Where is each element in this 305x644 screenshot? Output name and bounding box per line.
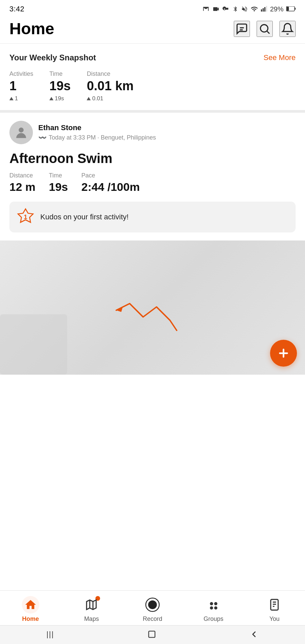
fab-button[interactable]	[270, 340, 297, 367]
nav-home-icon-wrap	[22, 596, 39, 613]
signal-icon	[261, 5, 267, 13]
battery-icon	[286, 6, 296, 12]
nav-you-label: You	[269, 615, 279, 623]
nav-home[interactable]: Home	[14, 596, 47, 623]
nav-record[interactable]: Record	[136, 596, 169, 623]
svg-rect-3	[266, 6, 267, 12]
delta-arrow-distance	[87, 97, 91, 100]
avatar-icon	[14, 125, 29, 140]
bell-button[interactable]	[279, 21, 296, 37]
svg-line-10	[267, 31, 269, 34]
svg-point-9	[260, 24, 268, 32]
see-more-link[interactable]: See More	[264, 53, 296, 62]
page-title: Home	[9, 19, 54, 38]
stat-activities-value: 1	[9, 79, 33, 93]
svg-rect-1	[263, 8, 264, 12]
activity-distance: Distance 12 m	[9, 172, 36, 194]
svg-rect-2	[264, 7, 265, 11]
svg-point-22	[210, 602, 213, 605]
stat-time-label: Time	[49, 70, 71, 77]
mute-icon	[241, 5, 248, 13]
groups-icon	[207, 598, 220, 611]
search-icon	[258, 22, 271, 35]
stat-activities-delta: 1	[9, 95, 33, 102]
battery-level: 29%	[270, 5, 284, 13]
map-bg	[0, 314, 67, 375]
bell-icon	[281, 22, 294, 35]
chat-icon	[235, 22, 248, 35]
system-home-icon	[147, 630, 157, 639]
stat-distance-delta: 0.01	[87, 95, 133, 102]
record-icon	[145, 597, 160, 612]
you-icon	[268, 598, 281, 611]
search-button[interactable]	[257, 21, 273, 37]
bluetooth-icon	[232, 5, 238, 13]
delta-arrow-time	[49, 97, 53, 100]
map-area	[0, 240, 305, 375]
bottom-nav: Home Maps Record	[0, 590, 305, 625]
svg-point-25	[214, 606, 217, 610]
svg-rect-0	[261, 9, 262, 12]
gmail-icon	[202, 5, 210, 13]
nav-maps[interactable]: Maps	[75, 596, 108, 623]
activity-title[interactable]: Afternoon Swim	[9, 151, 296, 166]
system-back-icon	[249, 630, 259, 639]
swim-icon: 〰️	[38, 133, 47, 142]
kudos-text: Kudos on your first activity!	[40, 213, 129, 221]
map-route	[96, 283, 190, 344]
app-header: Home	[0, 16, 305, 43]
snapshot-header: Your Weekly Snapshot See More	[9, 53, 296, 62]
chat-button[interactable]	[234, 21, 250, 37]
maps-icon	[85, 598, 98, 611]
system-nav-recent[interactable]: |||	[46, 630, 54, 639]
system-nav-back[interactable]	[249, 630, 259, 639]
kudos-badge-icon: 1	[16, 208, 35, 226]
video-icon	[212, 5, 220, 13]
stat-distance: Distance 0.01 km 0.01	[87, 70, 133, 102]
user-name[interactable]: Ethan Stone	[38, 123, 156, 132]
activity-card-details: Afternoon Swim Distance 12 m Time 19s Pa…	[0, 151, 305, 240]
key-icon	[222, 5, 230, 13]
svg-rect-5	[295, 8, 296, 10]
nav-record-label: Record	[143, 615, 162, 623]
svg-marker-17	[87, 600, 96, 610]
wifi-icon	[251, 5, 258, 13]
svg-point-21	[148, 600, 157, 609]
svg-rect-30	[148, 631, 155, 637]
status-time: 3:42	[9, 5, 25, 13]
svg-rect-6	[287, 7, 289, 11]
nav-you[interactable]: You	[258, 596, 291, 623]
activity-pace: Pace 2:44 /100m	[81, 172, 140, 194]
activity-stats: Distance 12 m Time 19s Pace 2:44 /100m	[9, 172, 296, 194]
weekly-snapshot: Your Weekly Snapshot See More Activities…	[0, 44, 305, 110]
user-meta: 〰️ Today at 3:33 PM · Benguet, Philippin…	[38, 133, 156, 142]
activity-user-row: Ethan Stone 〰️ Today at 3:33 PM · Bengue…	[9, 121, 296, 144]
avatar	[9, 121, 33, 144]
snapshot-stats: Activities 1 1 Time 19s 19s Distance 0.0…	[9, 70, 296, 102]
kudos-banner[interactable]: 1 Kudos on your first activity!	[9, 202, 296, 232]
badge-svg: 1	[16, 208, 35, 226]
status-icons: 29%	[202, 5, 296, 13]
header-icons	[234, 21, 296, 37]
stat-distance-value: 0.01 km	[87, 79, 133, 93]
system-nav-home[interactable]	[147, 630, 157, 639]
nav-maps-icon-wrap	[83, 596, 100, 613]
stat-activities: Activities 1 1	[9, 70, 33, 102]
nav-groups[interactable]: Groups	[197, 596, 230, 623]
section-divider	[0, 110, 305, 113]
stat-distance-label: Distance	[87, 70, 133, 77]
nav-home-label: Home	[22, 615, 39, 623]
svg-point-24	[210, 606, 213, 610]
snapshot-title: Your Weekly Snapshot	[9, 53, 96, 62]
activity-card: Ethan Stone 〰️ Today at 3:33 PM · Bengue…	[0, 113, 305, 144]
svg-point-11	[19, 127, 24, 132]
nav-groups-label: Groups	[204, 615, 223, 623]
activity-time: Time 19s	[49, 172, 68, 194]
user-info: Ethan Stone 〰️ Today at 3:33 PM · Bengue…	[38, 123, 156, 142]
nav-maps-label: Maps	[84, 615, 99, 623]
system-nav: |||	[0, 625, 305, 644]
stat-activities-label: Activities	[9, 70, 33, 77]
stat-time-value: 19s	[49, 79, 71, 93]
nav-record-icon-wrap	[144, 596, 161, 613]
fab-plus-icon	[277, 347, 290, 360]
